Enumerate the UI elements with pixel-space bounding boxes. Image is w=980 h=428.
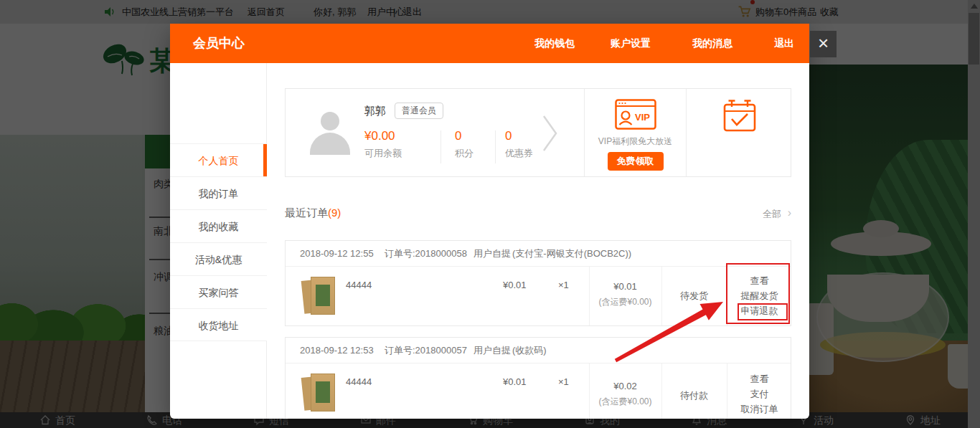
chevron-right-icon[interactable] <box>541 113 560 153</box>
sidebar-item-buyer-qa[interactable]: 买家问答 <box>170 275 267 308</box>
close-icon[interactable]: × <box>810 31 837 57</box>
scrollbar-thumb[interactable] <box>969 13 979 65</box>
order-header: 2018-09-12 12:55 订单号:2018000058 用户自提 (支付… <box>286 241 791 267</box>
view-all-chevron-icon[interactable]: › <box>788 206 791 219</box>
coupons-value: 0 <box>505 129 533 143</box>
order-number: 订单号:2018000058 <box>385 241 467 267</box>
order-delivery: 用户自提 <box>473 241 511 267</box>
view-all-link[interactable]: 全部 <box>763 208 781 221</box>
order-total: ¥0.02 <box>589 381 661 391</box>
order-number: 订单号:2018000057 <box>385 338 467 363</box>
modal-header: 会员中心 我的钱包 账户设置 我的消息 退出 <box>170 24 809 63</box>
points-value: 0 <box>455 129 473 143</box>
shipping-note: (含运费¥0.00) <box>589 396 661 408</box>
sidebar-item-my-favorites[interactable]: 我的收藏 <box>170 209 267 242</box>
balance-stat[interactable]: ¥0.00 可用余额 <box>364 129 402 160</box>
modal-title: 会员中心 <box>193 24 245 63</box>
order-actions: 查看 支付 取消订单 <box>727 371 792 417</box>
quantity: ×1 <box>558 280 569 290</box>
order-datetime: 2018-09-12 12:55 <box>300 241 374 267</box>
avatar <box>307 109 353 155</box>
balance-value: ¥0.00 <box>364 129 402 143</box>
recent-orders-title: 最近订单(9) <box>285 206 341 220</box>
orders-count: (9) <box>328 206 341 219</box>
signin-section[interactable] <box>687 89 792 176</box>
svg-text:VIP: VIP <box>635 112 650 123</box>
coupons-label: 优惠券 <box>505 147 533 160</box>
cancel-order-link[interactable]: 取消订单 <box>727 401 792 417</box>
order-status: 待付款 <box>661 389 727 402</box>
pay-order-link[interactable]: 支付 <box>727 386 792 401</box>
coupons-stat[interactable]: 0 优惠券 <box>505 129 533 160</box>
calendar-check-icon <box>722 99 757 133</box>
vip-caption: VIP福利限免大放送 <box>585 135 686 148</box>
nav-logout[interactable]: 退出 <box>774 24 794 63</box>
sidebar-item-shipping-address[interactable]: 收货地址 <box>170 308 267 341</box>
nav-my-wallet[interactable]: 我的钱包 <box>534 24 575 63</box>
product-thumbnail[interactable] <box>301 371 337 413</box>
order-payment: (支付宝-网银支付(BOCB2C)) <box>512 241 631 267</box>
balance-label: 可用余额 <box>364 147 402 160</box>
nav-my-messages[interactable]: 我的消息 <box>692 24 732 63</box>
vip-icon: VIP <box>615 98 656 130</box>
user-info-card: 郭郭 普通会员 ¥0.00 可用余额 0 积分 0 优惠券 <box>285 88 791 177</box>
stat-divider <box>495 130 496 163</box>
quantity: ×1 <box>558 376 569 387</box>
product-name[interactable]: 44444 <box>346 376 372 387</box>
points-label: 积分 <box>455 147 473 160</box>
page-scrollbar[interactable] <box>968 0 980 428</box>
highlight-box-refund <box>738 303 788 320</box>
vip-section: VIP VIP福利限免大放送 免费领取 <box>585 89 686 176</box>
unit-price: ¥0.01 <box>503 376 527 387</box>
sidebar-item-activities[interactable]: 活动&优惠 <box>170 242 267 275</box>
free-claim-button[interactable]: 免费领取 <box>608 152 664 171</box>
scroll-up-arrow-icon[interactable] <box>971 4 978 9</box>
order-delivery: 用户自提 <box>473 338 511 363</box>
view-order-link[interactable]: 查看 <box>727 371 792 386</box>
sidebar-menu: 个人首页 我的订单 我的收藏 活动&优惠 买家问答 收货地址 <box>170 143 267 341</box>
user-name: 郭郭 <box>364 105 386 118</box>
modal-sidebar: 个人首页 我的订单 我的收藏 活动&优惠 买家问答 收货地址 <box>170 63 267 419</box>
sidebar-item-my-orders[interactable]: 我的订单 <box>170 176 267 209</box>
recent-orders-header: 最近订单(9) 全部 › <box>285 206 791 224</box>
page: 中国农业线上营销第一平台 返回首页 你好, 郭郭 用户中心 | 退出 购物车0件… <box>0 0 980 428</box>
points-stat[interactable]: 0 积分 <box>455 129 473 160</box>
nav-account-settings[interactable]: 账户设置 <box>611 24 651 63</box>
product-name[interactable]: 44444 <box>346 280 372 290</box>
order-body: 44444 ¥0.01 ×1 ¥0.02 (含运费¥0.00) 待付款 查看 支… <box>286 363 791 419</box>
red-arrow-annotation <box>608 289 730 369</box>
unit-price: ¥0.01 <box>503 280 527 290</box>
order-datetime: 2018-09-12 12:53 <box>300 338 374 363</box>
stat-divider <box>440 130 441 163</box>
sidebar-item-personal-home[interactable]: 个人首页 <box>170 143 267 176</box>
product-thumbnail[interactable] <box>301 275 337 316</box>
member-level-badge: 普通会员 <box>395 103 443 119</box>
order-payment: (收款码) <box>512 338 547 363</box>
